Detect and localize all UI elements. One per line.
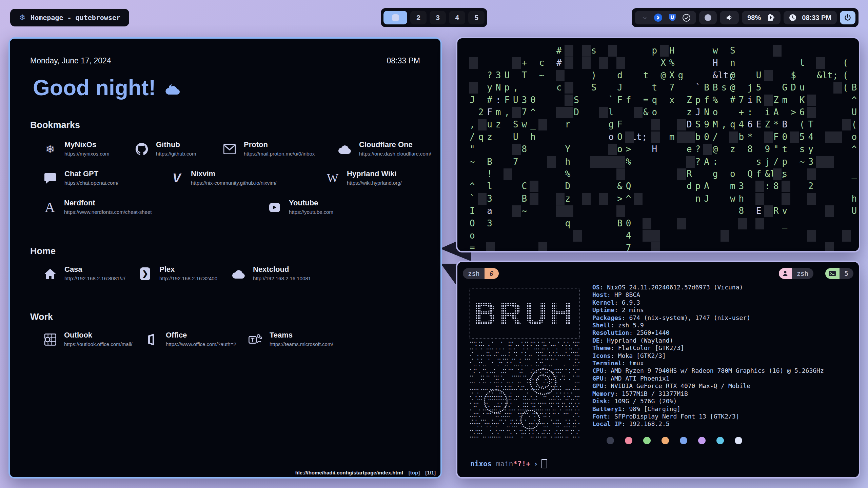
qutebrowser-window: Monday, June 17, 2024 08:33 PM Good nigh… xyxy=(8,37,442,479)
prompt-branch-name: main xyxy=(496,460,513,468)
palette-color-dot xyxy=(625,437,632,444)
bookmark-url: https://mynixos.com xyxy=(64,151,110,157)
serif-a-icon: A xyxy=(42,200,57,215)
chat-icon xyxy=(43,171,58,186)
bookmark-title: Chat GPT xyxy=(64,169,98,178)
tmux-user-pill[interactable]: zsh xyxy=(779,268,813,279)
palette-color-dot xyxy=(607,437,614,444)
tray-indicator[interactable] xyxy=(699,11,717,24)
tmux-statusbar: zsh 0 zsh 5 xyxy=(463,268,853,279)
snowflake-icon: ❄ xyxy=(43,142,58,157)
bookmark-title: Proton xyxy=(244,140,268,149)
network-sync-icon[interactable] xyxy=(640,14,648,22)
active-workspace-dot xyxy=(392,14,399,21)
palette-color-dot xyxy=(662,437,669,444)
tmux-pane-pill[interactable]: 5 xyxy=(825,268,853,279)
fetch-info-line: Icons: Moka [GTK2/3] xyxy=(592,352,824,360)
tray-clock[interactable]: 08:33 PM xyxy=(784,11,837,24)
battery-percent: 98% xyxy=(747,14,761,22)
battery-charging-icon xyxy=(766,14,775,21)
section-heading: Bookmarks xyxy=(30,120,80,130)
bookmark-title: Outlook xyxy=(64,331,92,340)
greeting-text: Good night! xyxy=(33,75,156,100)
prompt-git-branch xyxy=(492,460,496,468)
bookmark-title: Github xyxy=(156,140,180,149)
fastfetch-info: OS: NixOS 24.11.20240612.57d6973 (Vicuña… xyxy=(592,284,824,428)
prompt-git-flags: *?!+ xyxy=(513,460,530,468)
fetch-info-line: Host: HP 8BCA xyxy=(592,291,824,299)
tray-icons-group xyxy=(635,11,696,24)
teams-icon xyxy=(248,332,263,347)
bookmark-url: https://one.dash.cloudflare.com/ xyxy=(359,151,431,157)
wiki-w-icon: W xyxy=(325,171,340,186)
bookmark-title: MyNixOs xyxy=(64,140,96,149)
fetch-terminal-window: zsh 0 zsh 5 BRUH •••• •• • • ••• • •• ••… xyxy=(456,261,860,479)
shell-prompt[interactable]: nixos main *?!+ › xyxy=(470,459,547,468)
bookmark-title: Office xyxy=(166,331,187,340)
workspace-button-2[interactable]: 2 xyxy=(410,11,427,24)
bookmark-title: Youtube xyxy=(289,199,318,207)
fetch-info-line: Local IP: 192.168.2.5 xyxy=(592,420,824,428)
nixvim-v-icon: V xyxy=(169,171,184,186)
bookmark-url: https://www.office.com/?auth=2 xyxy=(166,341,236,347)
plex-icon: ❯ xyxy=(138,266,153,281)
office-icon xyxy=(144,332,159,347)
power-button[interactable] xyxy=(840,11,855,24)
workspace-button-5[interactable]: 5 xyxy=(468,11,485,24)
bookmark-title: Casa xyxy=(64,265,82,274)
fetch-info-line: Terminal: tmux xyxy=(592,360,824,367)
fetch-info-line: Font: SFProDisplay Nerd Font 13 [GTK2/3] xyxy=(592,413,824,420)
statusbar-tab-index: [1/1] xyxy=(425,470,436,475)
workspace-button-1[interactable] xyxy=(383,11,407,24)
fetch-info-line: Memory: 1577MiB / 31377MiB xyxy=(592,390,824,398)
status-dot-icon xyxy=(705,14,711,21)
tmux-session-pill[interactable]: zsh 0 xyxy=(463,268,499,279)
palette-color-dot xyxy=(643,437,651,444)
statusbar-scroll: [top] xyxy=(409,470,420,475)
workspace-button-3[interactable]: 3 xyxy=(430,11,446,24)
startpage-date: Monday, June 17, 2024 xyxy=(30,56,111,65)
fetch-info-line: Resolution: 868×488 xyxy=(592,329,824,337)
speaker-icon xyxy=(725,14,733,22)
bitwarden-shield-icon[interactable] xyxy=(668,13,677,22)
fetch-info-line: OS: NixOS 24.11.20240612.57d6973 (Vicuña… xyxy=(592,284,824,291)
prompt-chevron: › xyxy=(534,460,538,468)
system-tray: 98% 08:33 PM xyxy=(632,8,859,27)
matrix-terminal-window: J,/"~^`IOo=2Tq?y#FuzB!l3a33N:mzUpF,,UlSU… xyxy=(456,37,860,252)
nixos-logo-icon: ❄ xyxy=(19,13,26,22)
tmux-pane-count: 5 xyxy=(840,268,853,279)
tray-battery[interactable]: 98% xyxy=(742,11,781,24)
matrix-rain-art: J,/"~^`IOo=2Tq?y#FuzB!l3a33N:mzUpF,,UlSU… xyxy=(457,38,859,251)
youtube-icon xyxy=(267,200,282,215)
fetch-info-line: Battery1: 98% [Charging] xyxy=(592,405,824,413)
cloud-icon xyxy=(337,142,352,157)
fetch-info-line: Uptime: 2 mins xyxy=(592,306,824,314)
clock-icon xyxy=(789,14,796,21)
fetch-info-line: GPU: NVIDIA GeForce RTX 4070 Max-Q / Mob… xyxy=(592,382,824,390)
bookmark-url: http://192.168.2.16:10081 xyxy=(253,276,311,281)
tmux-window-index: 0 xyxy=(485,268,498,279)
check-circle-icon[interactable] xyxy=(682,14,691,22)
window-title: Homepage - qutebrowser xyxy=(31,14,120,22)
statusbar-url: file:///home/hadi/.config/startpage/inde… xyxy=(295,470,403,475)
bookmark-title: Nerdfont xyxy=(64,199,95,207)
bruh-ascii-art: BRUH •••• •• • • ••• • •• ••• • •• • • •… xyxy=(470,288,579,440)
workspace-switcher: 2 3 4 5 xyxy=(381,8,487,27)
tray-volume[interactable] xyxy=(720,11,739,24)
bookmark-url: https://nix-community.github.io/nixvim/ xyxy=(191,180,276,186)
palette-color-dot xyxy=(716,437,724,444)
fetch-info-line: GPU: AMD ATI Phoenix1 xyxy=(592,375,824,382)
power-icon xyxy=(844,14,851,21)
greeting: Good night! xyxy=(33,75,181,100)
prompt-host: nixos xyxy=(470,460,492,468)
bluetooth-icon[interactable] xyxy=(654,13,663,22)
workspace-button-4[interactable]: 4 xyxy=(449,11,465,24)
palette-color-dot xyxy=(680,437,687,444)
bookmark-url: http://192.168.2.16:32400 xyxy=(159,276,217,281)
outlook-icon xyxy=(42,332,57,347)
bookmark-title: Cloudflare One xyxy=(359,140,413,149)
bookmark-url: http://192.168.2.16:8081/#/ xyxy=(64,276,125,281)
user-icon xyxy=(779,268,792,279)
fetch-info-line: Packages: 674 (nix-system), 1747 (nix-us… xyxy=(592,314,824,322)
moon-cloud-icon xyxy=(162,80,181,95)
